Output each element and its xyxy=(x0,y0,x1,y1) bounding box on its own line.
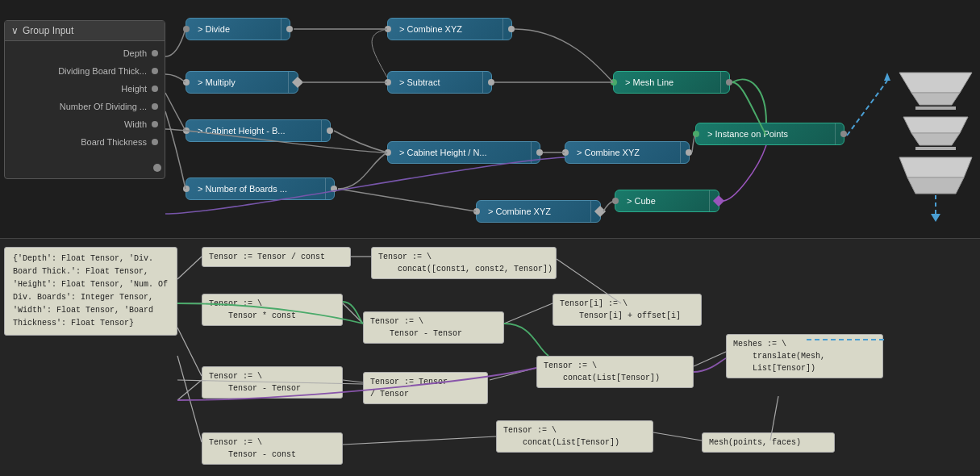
node-cabinet-height-b[interactable]: > Cabinet Height - B... xyxy=(186,119,331,142)
svg-rect-2 xyxy=(915,106,956,110)
node-mesh-line[interactable]: > Mesh Line xyxy=(613,71,730,94)
svg-line-15 xyxy=(177,356,202,442)
group-output-dot xyxy=(153,164,161,172)
label-number-of-dividing: Number Of Dividing ... xyxy=(60,102,147,111)
svg-marker-3 xyxy=(903,117,968,133)
port-board-thickness xyxy=(152,139,158,145)
code-box-concat-list-2: Tensor := \ concat(List[Tensor]) xyxy=(496,420,653,453)
port-cxyz3-right xyxy=(594,206,606,217)
row-width: Width xyxy=(5,115,165,133)
label-dividing-board: Dividing Board Thick... xyxy=(58,66,147,76)
port-divide-right xyxy=(286,26,293,32)
row-number-of-dividing: Number Of Dividing ... xyxy=(5,98,165,115)
port-multiply-right xyxy=(292,77,303,88)
node-instance-on-points-label: > Instance on Points xyxy=(699,129,830,139)
node-instance-on-points[interactable]: > Instance on Points xyxy=(695,123,844,145)
data-box-content: {'Depth': Float Tensor, 'Div. Board Thic… xyxy=(13,254,168,328)
node-cube[interactable]: > Cube xyxy=(615,190,719,212)
svg-marker-6 xyxy=(899,157,972,177)
node-combine-xyz-2[interactable]: > Combine XYZ xyxy=(565,141,690,164)
port-cxyz3-left xyxy=(473,208,480,215)
svg-marker-11 xyxy=(884,73,890,81)
svg-line-17 xyxy=(177,380,202,400)
port-meshline-left xyxy=(611,79,617,86)
code-box-sub-tensor-2: Tensor := \ Tensor - Tensor xyxy=(202,366,343,399)
label-depth: Depth xyxy=(123,48,147,58)
group-input-header: ∨ Group Input xyxy=(5,21,165,41)
svg-marker-0 xyxy=(899,73,972,93)
code-box-div-const: Tensor := Tensor / const xyxy=(202,247,351,267)
node-combine-xyz-2-label: > Combine XYZ xyxy=(569,148,675,157)
code-area: {'Depth': Float Tensor, 'Div. Board Thic… xyxy=(0,238,980,476)
svg-marker-9 xyxy=(931,214,940,222)
code-box-concat-1: Tensor := \ concat([const1, const2, Tens… xyxy=(371,247,557,279)
code-box-meshes-translate: Meshes := \ translate(Mesh, List[Tensor]… xyxy=(726,334,883,378)
node-cube-label: > Cube xyxy=(619,196,704,206)
port-instance-left xyxy=(693,131,699,137)
group-input-panel[interactable]: ∨ Group Input Depth Dividing Board Thick… xyxy=(4,20,165,179)
svg-rect-5 xyxy=(915,147,956,150)
port-boards-right xyxy=(331,186,337,192)
node-combine-xyz-1[interactable]: > Combine XYZ xyxy=(387,18,512,40)
node-graph: ∨ Group Input Depth Dividing Board Thick… xyxy=(0,0,980,238)
port-cxyz1-left xyxy=(385,26,391,32)
svg-line-24 xyxy=(343,380,363,382)
port-height xyxy=(152,86,158,92)
port-cabinet-b-right xyxy=(327,127,333,134)
node-combine-xyz-3[interactable]: > Combine XYZ xyxy=(476,200,601,223)
svg-line-19 xyxy=(343,303,363,324)
row-dividing-board: Dividing Board Thick... xyxy=(5,62,165,80)
node-multiply-label: > Multiply xyxy=(190,77,283,87)
port-cxyz1-right xyxy=(508,26,515,32)
node-number-of-boards[interactable]: > Number of Boards ... xyxy=(186,177,335,200)
svg-marker-1 xyxy=(911,93,960,105)
node-cabinet-height-n[interactable]: > Cabinet Height / N... xyxy=(387,141,540,164)
node-combine-xyz-1-label: > Combine XYZ xyxy=(391,24,498,34)
node-subtract[interactable]: > Subtract xyxy=(387,71,492,94)
data-box: {'Depth': Float Tensor, 'Div. Board Thic… xyxy=(4,247,177,336)
group-input-chevron: ∨ xyxy=(11,25,19,36)
port-multiply-left xyxy=(183,79,190,86)
svg-line-12 xyxy=(177,257,202,279)
port-cxyz2-left xyxy=(562,149,569,156)
svg-marker-7 xyxy=(907,177,964,194)
port-cabinet-n-right xyxy=(536,149,543,156)
row-board-thickness: Board Thickness xyxy=(5,133,165,151)
port-dividing-board xyxy=(152,68,158,74)
port-cabinet-n-left xyxy=(385,149,391,156)
code-box-sub-const: Tensor := \ Tensor - const xyxy=(202,432,343,465)
node-subtract-label: > Subtract xyxy=(391,77,477,87)
port-divide-left xyxy=(183,26,190,32)
port-meshline-right xyxy=(726,79,732,86)
port-cxyz2-right xyxy=(686,149,692,156)
code-box-div-tensor: Tensor := Tensor / Tensor xyxy=(363,372,488,404)
node-cabinet-n-label: > Cabinet Height / N... xyxy=(391,148,526,157)
port-subtract-left xyxy=(385,79,391,86)
port-width xyxy=(152,121,158,127)
node-combine-xyz-3-label: > Combine XYZ xyxy=(480,207,586,216)
node-boards-label: > Number of Boards ... xyxy=(190,184,320,194)
node-multiply[interactable]: > Multiply xyxy=(186,71,298,94)
svg-line-10 xyxy=(847,81,887,136)
code-box-concat-list-1: Tensor := \ concat(List[Tensor]) xyxy=(536,356,694,388)
port-cube-right xyxy=(713,195,724,207)
code-box-mesh-points: Mesh(points, faces) xyxy=(702,432,835,453)
group-input-rows: Depth Dividing Board Thick... Height Num… xyxy=(5,41,165,154)
row-height: Height xyxy=(5,80,165,98)
svg-line-26 xyxy=(653,432,702,441)
svg-line-25 xyxy=(343,436,496,445)
node-divide-label: > Divide xyxy=(190,24,276,34)
node-mesh-line-label: > Mesh Line xyxy=(617,77,715,87)
svg-line-22 xyxy=(490,368,536,380)
port-cabinet-b-left xyxy=(183,127,190,134)
svg-marker-4 xyxy=(911,133,960,145)
node-cabinet-b-label: > Cabinet Height - B... xyxy=(190,126,316,136)
port-depth xyxy=(152,50,158,56)
node-divide[interactable]: > Divide xyxy=(186,18,290,40)
port-cube-left xyxy=(612,198,619,204)
group-input-title: Group Input xyxy=(23,25,73,36)
svg-line-23 xyxy=(694,352,726,366)
preview-svg xyxy=(895,48,976,226)
code-box-offset: Tensor[i] := \ Tensor[i] + offset[i] xyxy=(553,294,702,326)
label-height: Height xyxy=(121,84,147,94)
